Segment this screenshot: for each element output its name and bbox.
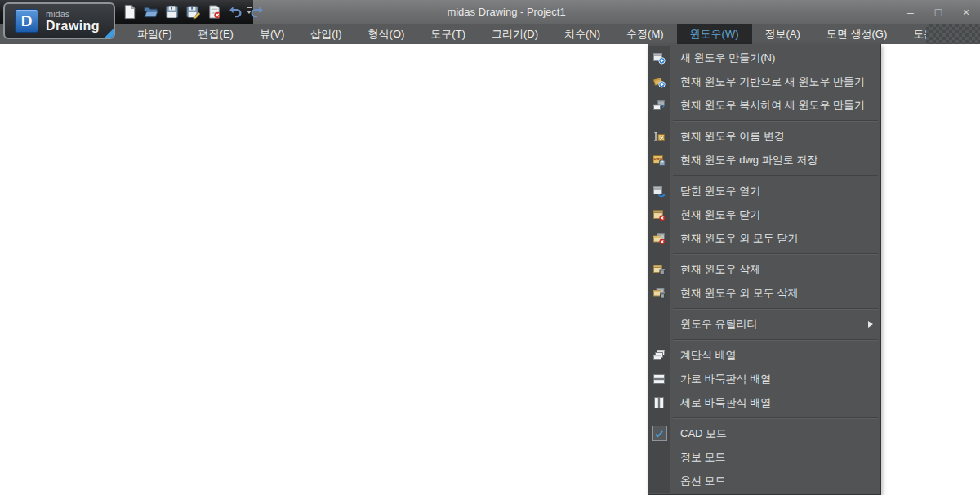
dropdown-item-label: 현재 윈도우 삭제	[670, 262, 880, 277]
dropdown-menu-item[interactable]: DWG현재 윈도우 dwg 파일로 저장	[648, 148, 880, 172]
toolbar-overflow-button[interactable]	[246, 7, 253, 17]
dropdown-menu-item[interactable]: 윈도우 유틸리티	[648, 312, 880, 336]
dropdown-item-label: 현재 윈도우 닫기	[670, 207, 880, 222]
menu-bar-item[interactable]: 형식(O)	[355, 24, 418, 44]
dropdown-icon-gutter	[648, 179, 670, 203]
delete-window-icon	[653, 263, 666, 276]
dropdown-item-label: 옵션 모드	[670, 474, 880, 488]
dropdown-icon-gutter	[648, 203, 670, 226]
separator-line	[670, 117, 880, 124]
dropdown-item-label: 현재 윈도우 dwg 파일로 저장	[670, 153, 880, 167]
close-doc-icon	[207, 4, 222, 20]
new-file-button[interactable]	[120, 2, 139, 21]
dropdown-icon-gutter	[648, 257, 670, 281]
menu-bar-item[interactable]: 삽입(I)	[297, 24, 354, 44]
dropdown-item-label: 새 윈도우 만들기(N)	[670, 51, 880, 65]
submenu-arrow-icon	[868, 321, 873, 328]
save-dwg-icon: DWG	[653, 154, 666, 167]
dropdown-menu-item[interactable]: 현재 윈도우 복사하여 새 윈도우 만들기	[648, 93, 880, 117]
menu-bar-item[interactable]: 도면 생성(G)	[813, 24, 900, 44]
dropdown-menu-item[interactable]: 정보 모드	[648, 445, 880, 469]
dropdown-icon-gutter	[648, 445, 670, 469]
brand-drawing: Drawing	[46, 19, 100, 33]
midas-d-logo-icon: D	[15, 9, 38, 33]
menu-separator	[648, 414, 880, 421]
open-file-button[interactable]	[141, 2, 160, 21]
menu-separator	[648, 250, 880, 257]
close-document-button[interactable]	[205, 2, 224, 21]
tile-vertical-icon	[653, 396, 666, 409]
maximize-button[interactable]: □	[931, 3, 946, 21]
dropdown-menu-item[interactable]: CAD 모드	[648, 421, 880, 445]
dropdown-item-label: 세로 바둑판식 배열	[670, 395, 880, 410]
dropdown-menu-item[interactable]: 세로 바둑판식 배열	[648, 390, 880, 414]
tile-horizontal-icon	[653, 372, 666, 386]
dropdown-icon-gutter	[648, 312, 670, 336]
close-window-icon	[653, 208, 666, 221]
menu-bar-item[interactable]: 윈도우(W)	[677, 24, 752, 44]
dropdown-icon-gutter	[648, 343, 670, 367]
dropdown-menu-item[interactable]: 현재 윈도우 외 모두 닫기	[648, 226, 880, 250]
brand-text: midas Drawing	[46, 9, 100, 33]
dropdown-menu-item[interactable]: 닫힌 윈도우 열기	[648, 179, 880, 203]
dropdown-icon-gutter	[648, 172, 670, 179]
menu-separator	[648, 336, 880, 343]
copy-window-icon	[653, 99, 666, 112]
dropdown-icon-gutter	[648, 93, 670, 117]
dropdown-item-label: 계단식 배열	[670, 348, 880, 363]
dropdown-menu-item[interactable]: 현재 윈도우 닫기	[648, 203, 880, 226]
dropdown-icon-gutter	[648, 117, 670, 124]
menu-separator	[648, 305, 880, 312]
quick-access-toolbar	[120, 2, 266, 21]
dropdown-item-label: 정보 모드	[670, 450, 880, 465]
dropdown-menu-item[interactable]: 현재 윈도우 이름 변경	[648, 124, 880, 148]
dropdown-menu-item[interactable]: 현재 윈도우 삭제	[648, 257, 880, 281]
separator-line	[670, 172, 880, 179]
dropdown-menu-item[interactable]: 새 윈도우 만들기(N)	[648, 46, 880, 69]
dropdown-icon-gutter: DWG	[648, 148, 670, 172]
dropdown-icon-gutter	[648, 469, 670, 493]
separator-line	[670, 414, 880, 421]
dropdown-menu-item[interactable]: 현재 윈도우 기반으로 새 윈도우 만들기	[648, 69, 880, 93]
separator-line	[670, 250, 880, 257]
brand-midas: midas	[46, 9, 100, 19]
menu-separator	[648, 172, 880, 179]
menu-bar-item[interactable]: 정보(A)	[752, 24, 813, 44]
dropdown-icon-gutter	[648, 124, 670, 148]
menu-bar-item[interactable]: 편집(E)	[185, 24, 247, 44]
dropdown-item-label: 현재 윈도우 복사하여 새 윈도우 만들기	[670, 98, 880, 113]
dropdown-icon-gutter	[648, 414, 670, 421]
dropdown-icon-gutter	[648, 69, 670, 93]
separator-line	[670, 305, 880, 312]
menu-bar-item[interactable]: 그리기(D)	[479, 24, 551, 44]
dropdown-item-label: 현재 윈도우 기반으로 새 윈도우 만들기	[670, 74, 880, 89]
undo-icon	[228, 4, 243, 20]
undo-button[interactable]	[226, 2, 245, 21]
new-window-from-current-icon	[653, 75, 666, 88]
save-as-button[interactable]	[184, 2, 203, 21]
app-logo[interactable]: D midas Drawing	[3, 2, 115, 39]
window-menu-dropdown: 새 윈도우 만들기(N)현재 윈도우 기반으로 새 윈도우 만들기현재 윈도우 …	[648, 44, 881, 495]
delete-other-windows-icon	[653, 287, 666, 300]
menu-bar-item[interactable]: 치수(N)	[551, 24, 613, 44]
menu-bar-item[interactable]: 수정(M)	[613, 24, 677, 44]
dropdown-menu-item[interactable]: 가로 바둑판식 배열	[648, 367, 880, 390]
minimize-button[interactable]: –	[903, 3, 918, 21]
dropdown-menu-item[interactable]: 현재 윈도우 외 모두 삭제	[648, 281, 880, 305]
dropdown-item-label: 현재 윈도우 이름 변경	[670, 129, 880, 144]
dropdown-icon-gutter	[648, 250, 670, 257]
dropdown-menu-item[interactable]: 계단식 배열	[648, 343, 880, 367]
menu-bar-item[interactable]: 도구(T)	[417, 24, 479, 44]
save-button[interactable]	[163, 2, 181, 21]
close-button[interactable]: ×	[959, 3, 973, 21]
logo-corner-triangle-icon	[105, 29, 114, 38]
window-controls: –□×	[903, 0, 973, 25]
save-as-icon	[185, 4, 201, 20]
dropdown-item-label: 윈도우 유틸리티	[670, 317, 868, 332]
cascade-icon	[653, 349, 666, 362]
open-folder-icon	[143, 4, 158, 20]
menu-bar-item[interactable]: 파일(F)	[124, 24, 185, 44]
dropdown-item-label: 현재 윈도우 외 모두 닫기	[670, 231, 880, 246]
menu-bar-item[interactable]: 뷰(V)	[247, 24, 297, 44]
dropdown-menu-item[interactable]: 옵션 모드	[648, 469, 880, 493]
